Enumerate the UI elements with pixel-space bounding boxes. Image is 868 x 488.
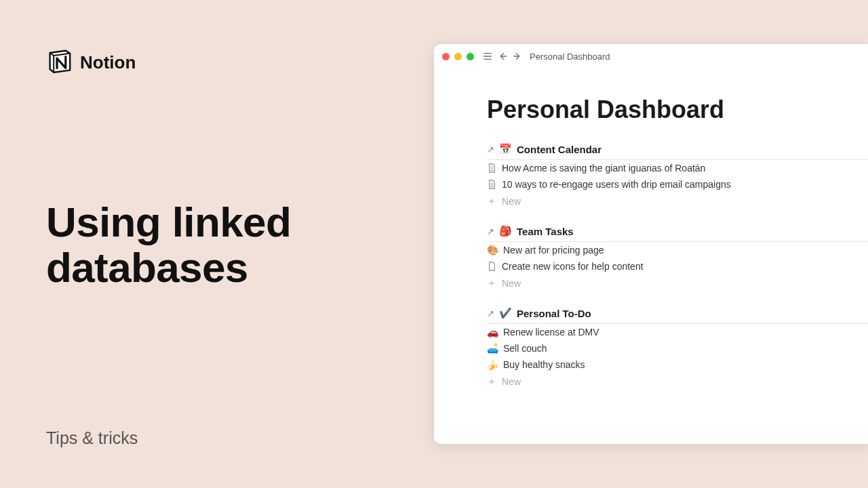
promo-title-line-2: databases [46,244,248,291]
linked-db-header[interactable]: ↗ 🎒 Team Tasks [487,225,868,242]
linked-db-section: ↗ ✔️ Personal To-Do 🚗 Renew license at D… [487,307,868,390]
page-icon [487,180,496,189]
linked-db-section: ↗ 🎒 Team Tasks 🎨 New art for pricing pag… [487,225,868,292]
list-item[interactable]: Create new icons for help content [487,258,868,274]
window-maximize-button[interactable] [467,53,474,60]
nav-forward-icon[interactable] [512,51,523,62]
list-item[interactable]: 🛋️ Sell couch [487,340,868,357]
new-label: New [502,278,521,289]
page-icon [487,163,496,173]
window-title-bar: Personal Dashboard [434,44,868,68]
list-item[interactable]: 🚗 Renew license at DMV [487,324,868,340]
brand-name: Notion [80,52,136,73]
item-emoji: 🎨 [487,245,498,256]
new-row-button[interactable]: ＋ New [487,192,868,210]
linked-db-header[interactable]: ↗ 📅 Content Calendar [487,143,868,160]
window-traffic-lights [442,53,474,60]
new-label: New [502,376,521,387]
item-text: How Acme is saving the giant iguanas of … [502,163,705,174]
db-title: Team Tasks [517,226,574,237]
linked-db-section: ↗ 📅 Content Calendar How Acme is saving … [487,143,868,210]
window-close-button[interactable] [442,53,450,60]
page-icon [487,262,496,271]
nav-back-icon[interactable] [497,51,508,62]
page-content: Personal Dashboard ↗ 📅 Content Calendar … [434,68,868,390]
db-emoji: 🎒 [499,225,512,237]
list-item[interactable]: How Acme is saving the giant iguanas of … [487,160,868,176]
link-arrow-icon: ↗ [487,308,494,319]
db-title: Content Calendar [517,144,601,155]
list-item[interactable]: 10 ways to re-engage users with drip ema… [487,176,868,192]
new-label: New [502,196,521,207]
promo-subtitle: Tips & tricks [46,428,138,448]
item-text: New art for pricing page [503,245,604,256]
plus-icon: ＋ [487,195,496,207]
list-item[interactable]: 🍌 Buy healthy snacks [487,357,868,373]
promo-title: Using linked databases [46,200,291,291]
new-row-button[interactable]: ＋ New [487,274,868,292]
item-text: Sell couch [503,343,547,354]
plus-icon: ＋ [487,277,496,289]
brand-logo-area: Notion [46,47,136,77]
linked-db-header[interactable]: ↗ ✔️ Personal To-Do [487,307,868,324]
breadcrumb[interactable]: Personal Dashboard [530,52,610,62]
link-arrow-icon: ↗ [487,144,494,155]
item-emoji: 🍌 [487,359,498,370]
item-text: Buy healthy snacks [503,359,585,370]
new-row-button[interactable]: ＋ New [487,373,868,390]
item-text: Create new icons for help content [502,261,644,272]
window-minimize-button[interactable] [454,53,462,60]
link-arrow-icon: ↗ [487,226,494,237]
promo-title-line-1: Using linked [46,199,291,245]
item-emoji: 🚗 [487,327,498,338]
page-title: Personal Dashboard [487,96,868,124]
item-emoji: 🛋️ [487,343,498,354]
db-emoji: ✔️ [499,307,512,319]
plus-icon: ＋ [487,375,496,388]
list-item[interactable]: 🎨 New art for pricing page [487,242,868,258]
app-window: Personal Dashboard Personal Dashboard ↗ … [434,44,868,444]
item-text: Renew license at DMV [503,327,599,338]
notion-logo-icon [46,47,73,77]
db-title: Personal To-Do [517,308,591,319]
sidebar-toggle-icon[interactable] [482,51,493,62]
item-text: 10 ways to re-engage users with drip ema… [502,179,731,190]
window-nav: Personal Dashboard [482,51,610,62]
db-emoji: 📅 [499,143,512,155]
